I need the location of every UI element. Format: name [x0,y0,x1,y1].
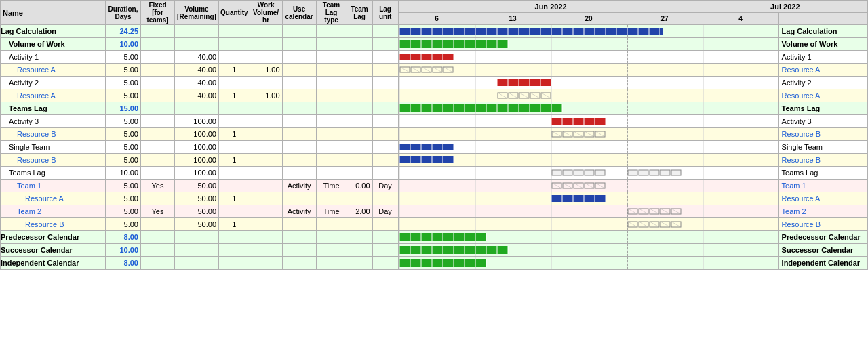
row-qty: 1 [219,154,250,167]
table-row: Activity 25.0040.00 [1,77,399,89]
row-work [250,218,282,231]
row-lagunit [372,51,398,64]
row-teamlag [347,89,372,102]
row-lagunit [372,192,398,205]
row-name: Successor Calendar [1,244,106,257]
row-lagunit [372,257,398,270]
svg-line-228 [585,183,594,188]
gantt-label-header [778,13,867,25]
gantt-date-header: 6 13 20 27 4 [399,13,867,25]
row-duration: 5.00 [106,192,141,205]
row-fixed [141,231,175,244]
row-teamlag [347,218,372,231]
row-name: Volume of Work [1,38,106,51]
row-use [282,257,316,270]
gantt-date-20: 20 [551,13,627,25]
svg-line-253 [628,209,637,214]
svg-line-109 [519,93,529,98]
table-row: Team 25.00Yes50.00ActivityTime2.00Day [1,205,399,218]
gantt-row: Resource B [399,218,867,231]
col-header-use: Use calendar [282,1,316,25]
svg-rect-121 [399,104,562,112]
row-work [250,154,282,167]
svg-rect-206 [574,170,583,175]
gantt-bar-cell [399,89,778,102]
row-name: Activity 3 [1,115,106,128]
gantt-label: Activity 2 [778,77,867,89]
row-teamlag [347,167,372,180]
svg-line-261 [671,209,681,214]
svg-line-257 [650,209,659,214]
row-duration: 5.00 [106,89,141,102]
table-row: Resource B5.00100.001 [1,154,399,167]
row-use [282,231,316,244]
svg-line-107 [509,93,518,98]
row-duration: 5.00 [106,64,141,77]
row-lagtype [316,244,347,257]
gantt-label: Resource A [778,64,867,77]
svg-rect-145 [551,118,606,125]
gantt-bar-cell [399,38,778,51]
table-row: Independent Calendar8.00 [1,257,399,270]
table-row: Resource B5.0050.001 [1,218,399,231]
row-fixed [141,257,175,270]
row-lagtype [316,77,347,89]
svg-rect-208 [595,170,605,175]
row-fixed [141,89,175,102]
gantt-date-6: 6 [399,13,475,25]
row-lagtype [316,115,347,128]
row-qty [219,115,250,128]
row-fixed: Yes [141,180,175,192]
col-header-teamlag: Team Lag [347,1,372,25]
row-lagtype [316,64,347,77]
row-teamlag [347,115,372,128]
gantt-date-13: 13 [475,13,551,25]
row-fixed [141,167,175,180]
gantt-bar-cell [399,115,778,128]
row-teamlag [347,38,372,51]
row-name: Activity 2 [1,77,106,89]
svg-line-162 [563,131,572,137]
row-use [282,51,316,64]
row-duration: 5.00 [106,180,141,192]
row-duration: 5.00 [106,205,141,218]
row-lagunit [372,64,398,77]
row-teamlag [347,192,372,205]
row-name: Team 1 [1,180,106,192]
row-work [250,115,282,128]
row-teamlag: 2.00 [347,205,372,218]
gantt-label: Resource B [778,128,867,141]
row-name: Team 2 [1,205,106,218]
row-work [250,205,282,218]
row-teamlag [347,244,372,257]
gantt-label: Teams Lag [778,167,867,180]
row-qty [219,167,250,180]
gantt-label: Resource A [778,89,867,102]
gantt-month-header: Jun 2022 Jul 2022 [399,1,867,13]
gantt-bar-cell [399,231,778,244]
gantt-label: Activity 1 [778,51,867,64]
table-row: Predecessor Calendar8.00 [1,231,399,244]
row-qty [219,231,250,244]
col-header-work: Work Volume/ hr [250,1,282,25]
gantt-date-27: 27 [627,13,703,25]
row-teamlag [347,154,372,167]
row-duration: 10.00 [106,38,141,51]
col-header-name: Name [1,1,106,25]
row-volume: 40.00 [175,64,219,77]
row-use [282,218,316,231]
header-row: Name Duration, Days Fixed [for teams] Vo… [1,1,399,25]
svg-rect-209 [628,170,637,175]
gantt-row: Volume of Work [399,38,867,51]
row-volume: 100.00 [175,115,219,128]
gantt-label: Successor Calendar [778,244,867,257]
gantt-bar-cell [399,64,778,77]
row-work [250,231,282,244]
row-fixed [141,154,175,167]
row-fixed [141,38,175,51]
table-row: Resource A5.0040.0011.00 [1,64,399,77]
svg-rect-176 [399,144,454,150]
row-use [282,154,316,167]
row-lagunit [372,154,398,167]
table-row: Activity 35.00100.00 [1,115,399,128]
